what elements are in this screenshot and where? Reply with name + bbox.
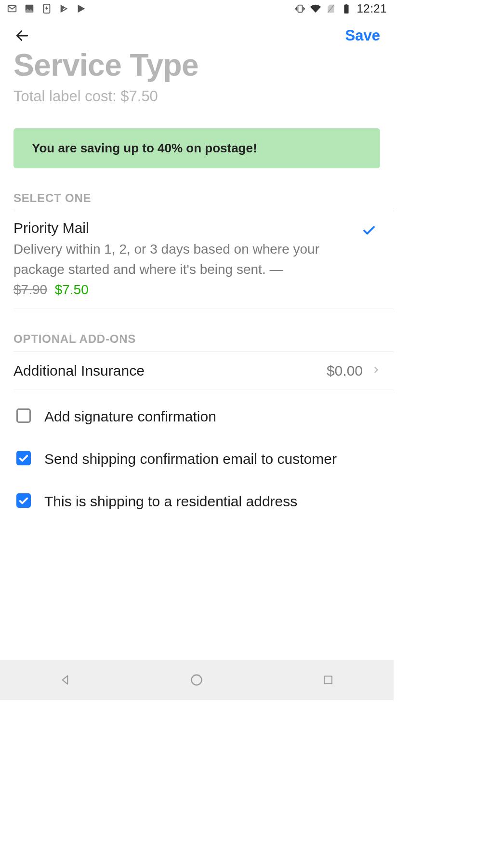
option-price-new: $7.50	[55, 282, 89, 297]
status-right-icons: 12:21	[295, 2, 387, 15]
svg-rect-5	[344, 5, 349, 14]
svg-rect-3	[298, 5, 303, 13]
section-label-select-one: SELECT ONE	[13, 191, 380, 205]
checkbox-group: Add signature confirmation Send shipping…	[0, 407, 394, 512]
nav-recent-button[interactable]	[320, 672, 336, 688]
status-time: 12:21	[356, 2, 387, 15]
checkbox-send-email[interactable]: Send shipping confirmation email to cust…	[13, 449, 380, 469]
addon-title: Additional Insurance	[13, 363, 145, 379]
wifi-icon	[310, 3, 321, 14]
nav-back-button[interactable]	[57, 672, 74, 688]
checkbox-label: Add signature confirmation	[44, 407, 216, 427]
savings-banner-text: You are saving up to 40% on postage!	[32, 141, 257, 155]
play-check-icon	[59, 3, 69, 14]
back-button[interactable]	[13, 27, 31, 44]
option-title: Priority Mail	[13, 220, 353, 236]
svg-point-9	[192, 675, 202, 685]
checkbox-icon	[16, 408, 31, 423]
option-price-old: $7.90	[13, 282, 47, 297]
status-bar: 12:21	[0, 0, 394, 17]
checkbox-signature-confirmation[interactable]: Add signature confirmation	[13, 407, 380, 427]
svg-rect-6	[346, 4, 348, 5]
svg-rect-10	[324, 676, 332, 684]
addon-additional-insurance[interactable]: Additional Insurance $0.00	[0, 352, 394, 390]
divider	[13, 309, 394, 309]
checkbox-icon	[16, 451, 31, 465]
divider	[13, 390, 394, 390]
play-store-icon	[76, 3, 87, 14]
chevron-right-icon	[372, 363, 380, 379]
download-icon	[41, 3, 52, 14]
section-label-addons: OPTIONAL ADD-ONS	[13, 332, 380, 346]
android-navbar	[0, 660, 394, 700]
option-description: Delivery within 1, 2, or 3 days based on…	[13, 239, 353, 300]
arrow-left-icon	[14, 28, 30, 43]
addon-value: $0.00	[327, 363, 363, 379]
savings-banner: You are saving up to 40% on postage!	[13, 128, 380, 168]
save-button[interactable]: Save	[345, 27, 380, 44]
status-left-icons	[7, 3, 87, 14]
option-desc-text: Delivery within 1, 2, or 3 days based on…	[13, 242, 319, 277]
photos-icon	[24, 3, 35, 14]
checkbox-label: Send shipping confirmation email to cust…	[44, 449, 337, 469]
battery-icon	[341, 3, 352, 14]
checkbox-icon	[16, 493, 31, 508]
page-subtitle: Total label cost: $7.50	[13, 88, 380, 105]
checkmark-icon	[362, 223, 380, 239]
service-option-priority-mail[interactable]: Priority Mail Delivery within 1, 2, or 3…	[0, 211, 394, 309]
vibrate-icon	[295, 3, 305, 14]
checkbox-residential[interactable]: This is shipping to a residential addres…	[13, 491, 380, 512]
page-title: Service Type	[13, 47, 380, 83]
checkbox-label: This is shipping to a residential addres…	[44, 491, 297, 512]
nav-home-button[interactable]	[188, 672, 205, 688]
gmail-icon	[7, 3, 17, 14]
no-sim-icon	[326, 3, 336, 14]
header: Save Service Type Total label cost: $7.5…	[0, 17, 394, 108]
svg-marker-8	[63, 676, 68, 684]
